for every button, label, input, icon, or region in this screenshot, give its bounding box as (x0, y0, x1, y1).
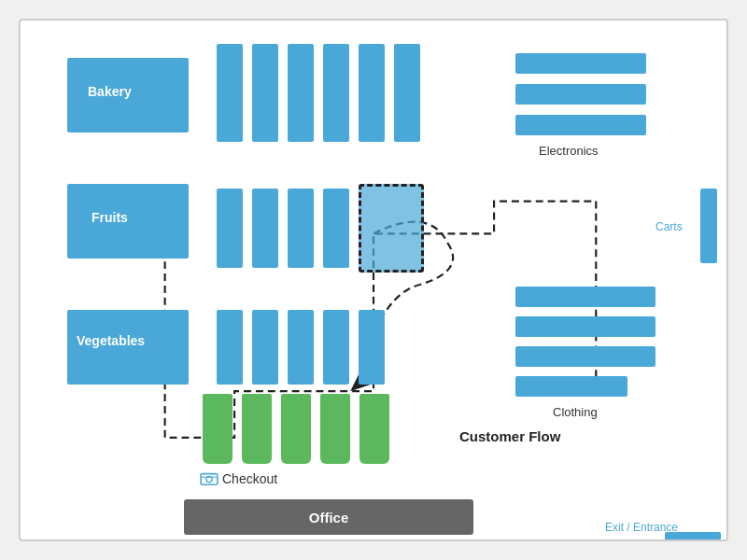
checkout-lane-3 (281, 394, 311, 464)
lower-shelf-4 (323, 310, 349, 385)
checkout-lane-1 (203, 394, 233, 464)
electronics-label: Electronics (539, 144, 599, 158)
bakery-shelf: Bakery (67, 58, 189, 133)
lower-shelf-5 (359, 310, 385, 385)
checkout-lane-2 (242, 394, 272, 464)
checkout-label-text: Checkout (222, 471, 277, 486)
highlighted-shelf (359, 184, 424, 273)
office-bar: Office (184, 499, 473, 535)
electronics-shelf-1 (515, 53, 646, 74)
checkout-area: Checkout (200, 471, 277, 486)
mid-shelf-4 (323, 189, 349, 268)
electronics-shelf-3 (515, 115, 646, 135)
top-shelf-6 (394, 44, 420, 142)
top-shelf-3 (288, 44, 314, 142)
clothing-shelf-1 (515, 287, 655, 307)
fruits-shelf: Fruits (67, 184, 189, 259)
mid-shelf-3 (288, 189, 314, 268)
fruits-label: Fruits (92, 210, 213, 225)
vegetables-label: Vegetables (77, 333, 198, 348)
entrance-bar (665, 532, 721, 541)
office-label: Office (309, 510, 349, 525)
checkout-icon (200, 471, 218, 486)
mid-shelf-1 (217, 189, 243, 268)
store-map: Bakery Electronics Carts Fruits Vegetabl… (19, 19, 728, 541)
top-shelf-4 (323, 44, 349, 142)
checkout-lane-4 (320, 394, 350, 464)
clothing-shelf-3 (515, 346, 655, 367)
vegetables-shelf: Vegetables (67, 310, 189, 385)
mid-shelf-2 (252, 189, 278, 268)
lower-shelf-3 (288, 310, 314, 385)
clothing-shelf-2 (515, 316, 655, 337)
clothing-shelf-4 (515, 376, 627, 397)
top-shelf-1 (217, 44, 243, 142)
svg-rect-0 (201, 474, 218, 485)
top-shelf-5 (359, 44, 385, 142)
clothing-label: Clothing (553, 405, 598, 419)
lower-shelf-2 (252, 310, 278, 385)
lower-shelf-1 (217, 310, 243, 385)
electronics-shelf-2 (515, 84, 646, 105)
checkout-lane-5 (359, 394, 389, 464)
bakery-label: Bakery (88, 84, 209, 99)
customer-flow-label: Customer Flow (459, 428, 560, 444)
carts-label: Carts (655, 220, 683, 233)
carts-block (700, 189, 717, 263)
top-shelf-2 (252, 44, 278, 142)
